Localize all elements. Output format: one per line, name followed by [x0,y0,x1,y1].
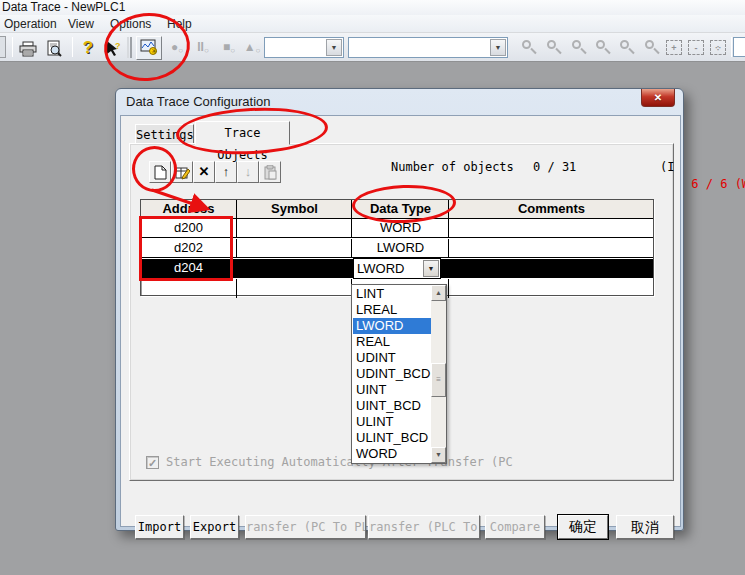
scale-input[interactable] [733,37,745,57]
menu-help[interactable]: Help [163,16,196,32]
datatype-combobox[interactable]: LWORD ▼ [353,258,441,279]
column-header-comments[interactable]: Comments [450,200,653,219]
save-icon[interactable] [0,36,6,58]
print-preview-icon[interactable] [42,36,66,59]
datatype-combobox-value: LWORD [357,260,404,278]
menu-operation[interactable]: Operation [0,16,61,32]
start-trace-icon[interactable]: ●○ [165,36,189,59]
main-toolbar: ? ? ✳ ●○ II○ ■○ ▲○ ▼ ▼ + - ⁘ $ [0,33,745,62]
help-icon[interactable]: ? [76,36,100,59]
zoom-preview-icon[interactable] [594,39,612,57]
autostart-checkbox-label: Start Executing Automatically After Tran… [166,455,513,469]
dialog-title: Data Trace Configuration [116,89,683,115]
chevron-down-icon[interactable]: ▼ [326,39,342,56]
transfer-plc-to-pc-button[interactable]: ransfer (PLC To PC [368,515,480,539]
cell-datatype[interactable]: LWORD [353,239,449,258]
zoom-out-region-icon[interactable]: - [688,40,704,55]
upload-trace-icon[interactable]: ▲○ [240,36,264,59]
fit-window-icon[interactable]: ⁘ [710,40,726,55]
table-row[interactable]: d202 LWORD [141,239,653,258]
cell-comments[interactable] [450,219,653,238]
dropdown-option[interactable]: ULINT [353,414,432,430]
trace-range-combobox[interactable]: ▼ [348,37,508,58]
dropdown-option[interactable]: UINT_BCD [353,398,432,414]
edit-object-button[interactable] [171,161,193,183]
transfer-pc-to-plc-button[interactable]: ransfer (PC To PLC [245,515,366,539]
dropdown-option[interactable]: ULINT_BCD [353,430,432,446]
dropdown-option[interactable]: REAL [353,334,432,350]
new-object-button[interactable] [149,161,171,183]
chevron-down-icon[interactable]: ▼ [423,260,439,277]
cell-comments[interactable] [450,259,653,278]
zoom-cancel-icon[interactable] [545,39,563,57]
menu-view[interactable]: View [64,16,98,32]
cell-symbol[interactable] [238,239,352,258]
dialog-body: Settings Trace Objects ✕ ↑ ↓ Number of o [120,115,681,527]
context-help-icon[interactable]: ? [100,36,124,59]
trace-config-icon[interactable]: ✳ [136,36,162,60]
scroll-up-icon[interactable]: ▲ [431,285,446,301]
cell-comments[interactable] [450,239,653,258]
number-of-objects-label: Number of objects [391,160,514,174]
column-header-datatype[interactable]: Data Type [353,200,449,219]
cell-datatype[interactable]: WORD [353,219,449,238]
dropdown-option[interactable]: UINT [353,382,432,398]
scale-icon[interactable] [520,39,538,57]
menu-bar: Operation View Options Help [0,15,745,33]
stop-trace-icon[interactable]: ■○ [217,36,241,59]
application-window: Data Trace - NewPLC1 Operation View Opti… [0,0,745,575]
cell-symbol[interactable] [238,219,352,238]
zoom-search-icon[interactable] [643,39,661,57]
column-header-address[interactable]: Address [141,200,237,219]
dropdown-option[interactable]: LINT [353,286,432,302]
zoom-in-region-icon[interactable]: + [666,40,682,55]
table-header-row: Address Symbol Data Type Comments [141,200,653,219]
cell-address[interactable] [141,279,237,298]
word-counter-value: 6 / 6 (WORD) [528,177,745,191]
datatype-dropdown-list: LINT LREAL LWORD REAL UDINT UDINT_BCD UI… [351,284,447,464]
tab-trace-objects[interactable]: Trace Objects [195,121,290,145]
print-icon[interactable] [16,36,40,59]
cell-comments[interactable] [450,279,653,298]
scrollbar-thumb[interactable]: ≡ [431,363,446,397]
cell-address[interactable]: d204 [141,259,237,278]
scroll-down-icon[interactable]: ▼ [431,447,446,463]
dropdown-option[interactable]: WORD [353,446,432,462]
data-trace-configuration-dialog: Data Trace Configuration ✕ Settings Trac… [115,88,684,531]
chevron-down-icon[interactable]: ▼ [490,39,506,56]
tab-settings[interactable]: Settings [135,124,194,144]
cell-address[interactable]: d200 [141,219,237,238]
svg-text:?: ? [115,41,121,51]
number-of-objects-value: 0 / 31 [533,160,576,174]
table-row-selected[interactable]: d204 LWORD ▼ [141,259,653,278]
import-button[interactable]: Import [135,515,184,539]
dropdown-option[interactable]: UDINT_BCD [353,366,432,382]
number-of-objects-clipped: (I [660,160,674,174]
svg-text:✳: ✳ [151,47,158,55]
cancel-button[interactable]: 取消 [616,515,674,539]
zoom-x-icon[interactable] [618,39,636,57]
trace-target-combobox[interactable]: ▼ [264,37,344,58]
cell-address[interactable]: d202 [141,239,237,258]
pause-trace-icon[interactable]: II○ [191,36,215,59]
ok-button[interactable]: 确定 [558,515,608,539]
dropdown-scrollbar[interactable]: ▲ ≡ ▼ [431,285,446,463]
window-title: Data Trace - NewPLC1 [0,0,745,15]
cell-symbol[interactable] [238,279,352,298]
dropdown-option-selected[interactable]: LWORD [353,318,432,334]
dropdown-option[interactable]: LREAL [353,302,432,318]
delete-object-button[interactable]: ✕ [193,161,215,183]
menu-options[interactable]: Options [106,16,155,32]
export-button[interactable]: Export [190,515,239,539]
zoom-100-icon[interactable] [570,39,588,57]
dropdown-option[interactable]: UDINT [353,350,432,366]
cell-symbol[interactable] [238,259,352,278]
table-row[interactable]: d200 WORD [141,219,653,238]
column-header-symbol[interactable]: Symbol [238,200,352,219]
autostart-checkbox[interactable]: ✓ [146,456,159,469]
trace-objects-table: Address Symbol Data Type Comments d200 W… [140,199,654,296]
close-icon[interactable]: ✕ [641,89,675,107]
compare-button[interactable]: Compare [485,515,545,539]
